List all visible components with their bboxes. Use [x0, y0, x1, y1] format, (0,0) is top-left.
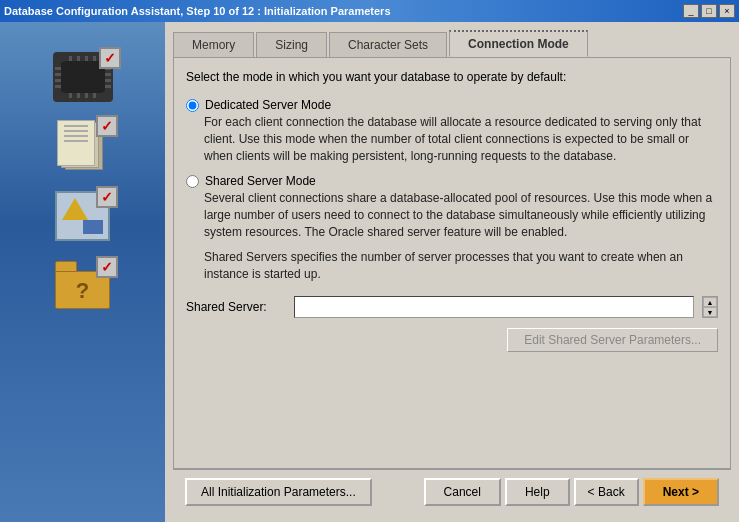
- check-icon-4: ✓: [101, 259, 113, 275]
- sidebar-item-3: ✓: [55, 191, 110, 241]
- check-badge-4: ✓: [96, 256, 118, 278]
- shared-server-text: Shared Server Mode: [205, 174, 316, 188]
- tab-character-sets[interactable]: Character Sets: [329, 32, 447, 57]
- panel-description: Select the mode in which you want your d…: [186, 70, 718, 84]
- title-bar: Database Configuration Assistant, Step 1…: [0, 0, 739, 22]
- close-button[interactable]: ×: [719, 4, 735, 18]
- sidebar-item-2: ✓: [55, 120, 110, 175]
- minimize-button[interactable]: _: [683, 4, 699, 18]
- svg-rect-1: [65, 66, 101, 88]
- tab-memory[interactable]: Memory: [173, 32, 254, 57]
- sidebar: ✓ ✓: [0, 22, 165, 522]
- shared-server-option: Shared Server Mode Several client connec…: [186, 174, 718, 282]
- edit-button-container: Edit Shared Server Parameters...: [186, 328, 718, 352]
- dedicated-server-option: Dedicated Server Mode For each client co…: [186, 98, 718, 164]
- shared-server-description2: Shared Servers specifies the number of s…: [204, 249, 718, 283]
- shared-server-label-radio[interactable]: Shared Server Mode: [186, 174, 718, 188]
- check-icon-3: ✓: [101, 189, 113, 205]
- all-initialization-params-button[interactable]: All Initialization Parameters...: [185, 478, 372, 506]
- dedicated-server-label[interactable]: Dedicated Server Mode: [186, 98, 718, 112]
- check-icon-2: ✓: [101, 118, 113, 134]
- svg-rect-7: [105, 73, 111, 76]
- spinner-down-button[interactable]: ▼: [703, 307, 717, 317]
- check-badge-2: ✓: [96, 115, 118, 137]
- back-button[interactable]: < Back: [574, 478, 639, 506]
- svg-rect-16: [85, 92, 88, 98]
- svg-rect-2: [55, 67, 61, 70]
- content-area: Memory Sizing Character Sets Connection …: [165, 22, 739, 522]
- svg-rect-5: [55, 85, 61, 88]
- tab-sizing[interactable]: Sizing: [256, 32, 327, 57]
- spinner-up-button[interactable]: ▲: [703, 297, 717, 307]
- svg-rect-13: [93, 56, 96, 62]
- svg-rect-9: [105, 85, 111, 88]
- check-badge-1: ✓: [99, 47, 121, 69]
- help-button[interactable]: Help: [505, 478, 570, 506]
- svg-rect-10: [69, 56, 72, 62]
- shared-server-spinner: ▲ ▼: [702, 296, 718, 318]
- window-controls[interactable]: _ □ ×: [683, 4, 735, 18]
- dedicated-server-description: For each client connection the database …: [204, 114, 718, 164]
- next-button[interactable]: Next >: [643, 478, 719, 506]
- maximize-button[interactable]: □: [701, 4, 717, 18]
- bottom-bar: All Initialization Parameters... Cancel …: [173, 469, 731, 514]
- sidebar-item-1: ✓: [53, 52, 113, 102]
- main-container: ✓ ✓: [0, 22, 739, 522]
- tab-panel-connection-mode: Select the mode in which you want your d…: [173, 57, 731, 469]
- check-icon-1: ✓: [104, 50, 116, 66]
- svg-rect-3: [55, 73, 61, 76]
- shared-server-radio[interactable]: [186, 175, 199, 188]
- shared-server-input[interactable]: [294, 296, 694, 318]
- edit-shared-server-params-button[interactable]: Edit Shared Server Parameters...: [507, 328, 718, 352]
- svg-rect-4: [55, 79, 61, 82]
- svg-rect-17: [93, 92, 96, 98]
- check-badge-3: ✓: [96, 186, 118, 208]
- dedicated-server-radio[interactable]: [186, 99, 199, 112]
- folder-question-mark: ?: [76, 278, 89, 304]
- svg-rect-15: [77, 92, 80, 98]
- svg-rect-8: [105, 79, 111, 82]
- nav-buttons: Cancel Help < Back Next >: [424, 478, 719, 506]
- svg-rect-12: [85, 56, 88, 62]
- sidebar-item-4: ? ✓: [55, 261, 110, 309]
- cancel-button[interactable]: Cancel: [424, 478, 501, 506]
- tab-connection-mode[interactable]: Connection Mode: [449, 30, 588, 57]
- shared-server-field-label: Shared Server:: [186, 300, 286, 314]
- tabs-container: Memory Sizing Character Sets Connection …: [173, 30, 731, 57]
- shared-server-row: Shared Server: ▲ ▼: [186, 296, 718, 318]
- shared-server-description1: Several client connections share a datab…: [204, 190, 718, 240]
- svg-rect-11: [77, 56, 80, 62]
- title-text: Database Configuration Assistant, Step 1…: [4, 5, 391, 17]
- svg-rect-14: [69, 92, 72, 98]
- dedicated-server-text: Dedicated Server Mode: [205, 98, 331, 112]
